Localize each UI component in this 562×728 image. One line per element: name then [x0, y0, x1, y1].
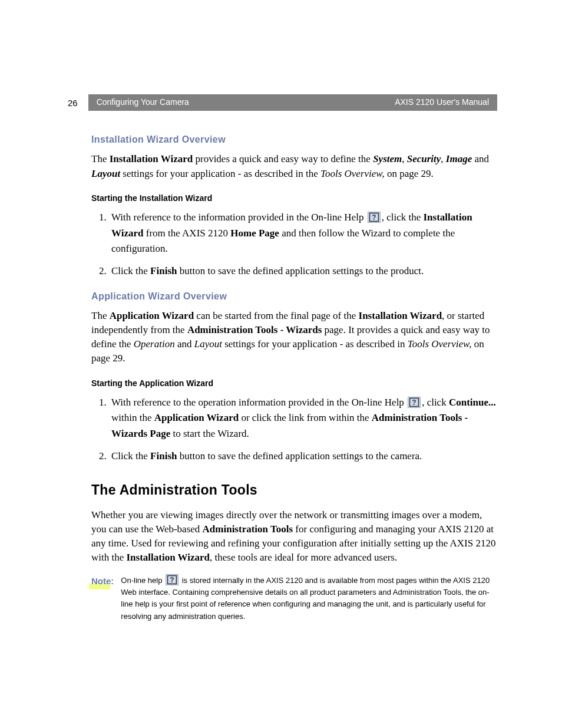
note-block: Note: On-line help ? is stored internall… [91, 574, 497, 622]
page-number: 26 [68, 94, 88, 111]
heading-administration-tools: The Administration Tools [91, 480, 497, 499]
page-header: 26 Configuring Your Camera AXIS 2120 Use… [68, 94, 497, 111]
help-icon: ? [368, 212, 381, 223]
svg-text:?: ? [412, 398, 416, 407]
subheading-starting-installation-wizard: Starting the Installation Wizard [91, 193, 497, 205]
page-content: Installation Wizard Overview The Install… [68, 133, 497, 622]
note-label-wrap: Note: [91, 574, 114, 622]
paragraph-installation-intro: The Installation Wizard provides a quick… [91, 152, 497, 180]
paragraph-application-intro: The Application Wizard can be started fr… [91, 309, 497, 366]
header-section-title: Configuring Your Camera [88, 94, 386, 111]
help-icon: ? [408, 397, 421, 408]
list-item: Click the Finish button to save the defi… [109, 263, 497, 279]
list-item: With reference to the operation informat… [109, 395, 497, 442]
header-manual-title: AXIS 2120 User's Manual [386, 94, 497, 111]
list-item: With reference to the information provid… [109, 210, 497, 256]
paragraph-admin-tools: Whether you are viewing images directly … [91, 508, 497, 565]
help-icon: ? [166, 574, 178, 585]
list-item: Click the Finish button to save the defi… [109, 449, 497, 464]
ordered-list-application: With reference to the operation informat… [91, 395, 497, 464]
document-page: 26 Configuring Your Camera AXIS 2120 Use… [0, 0, 562, 728]
subheading-starting-application-wizard: Starting the Application Wizard [91, 378, 497, 390]
heading-application-wizard-overview: Application Wizard Overview [91, 290, 497, 303]
ordered-list-installation: With reference to the information provid… [91, 210, 497, 279]
heading-installation-wizard-overview: Installation Wizard Overview [91, 133, 497, 146]
note-label: Note: [91, 576, 114, 586]
svg-text:?: ? [372, 213, 376, 222]
note-text: On-line help ? is stored internally in t… [121, 574, 497, 622]
svg-text:?: ? [170, 576, 174, 584]
